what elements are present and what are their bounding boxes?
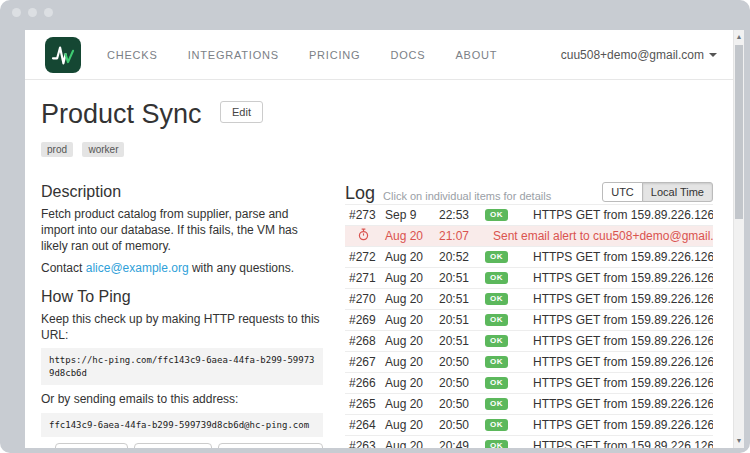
log-entry-event: HTTPS GET from 159.89.226.126 - my-fancy… (533, 271, 713, 285)
ping-email-code: ffc143c9-6aea-44fa-b299-599739d8cb6d@hc-… (41, 413, 323, 438)
nav-link-checks[interactable]: CHECKS (107, 49, 158, 61)
log-entry-date: Aug 20 (385, 397, 439, 411)
log-entry-number: #269 (349, 313, 376, 327)
ok-badge: OK (485, 314, 508, 326)
log-entry-date: Aug 20 (385, 271, 439, 285)
tag-badge: worker (82, 142, 124, 157)
ok-badge: OK (485, 251, 508, 263)
log-entry-event: HTTPS GET from 159.89.226.126 - my-fancy… (533, 376, 713, 390)
log-entry-number: #266 (349, 376, 376, 390)
log-entry-time: 20:51 (439, 271, 485, 285)
ok-badge: OK (485, 335, 508, 347)
tag-badge: prod (41, 142, 73, 157)
log-entry-event: HTTPS GET from 159.89.226.126 - my-fancy… (533, 250, 713, 264)
log-entry-date: Aug 20 (385, 250, 439, 264)
log-entry-time: 20:50 (439, 376, 485, 390)
log-entry-event: Sent email alert to cuu508+demo@gmail.co… (493, 229, 713, 243)
nav-link-pricing[interactable]: PRICING (309, 49, 360, 61)
log-entry-date: Aug 20 (385, 418, 439, 432)
http-instruction: Keep this check up by making HTTP reques… (41, 311, 323, 343)
log-row[interactable]: #263 Aug 20 20:49 OK HTTPS GET from 159.… (345, 436, 713, 448)
chevron-down-icon (709, 53, 717, 57)
log-entry-event: HTTPS GET from 159.89.226.126 - my-fancy… (533, 334, 713, 348)
log-entry-time: 20:51 (439, 292, 485, 306)
log-entry-event: HTTPS GET from 159.89.226.126 - my-fancy… (533, 418, 713, 432)
copy-email-button[interactable]: Copy Email (134, 443, 212, 448)
ok-badge: OK (485, 293, 508, 305)
log-row[interactable]: #271 Aug 20 20:51 OK HTTPS GET from 159.… (345, 268, 713, 289)
log-heading: Log (345, 183, 375, 204)
browser-viewport: CHECKS INTEGRATIONS PRICING DOCS ABOUT c… (25, 30, 744, 448)
log-entry-time: 20:50 (439, 355, 485, 369)
log-entry-number: #272 (349, 250, 376, 264)
check-details-column: Description Fetch product catalog from s… (41, 183, 323, 448)
log-row[interactable]: #266 Aug 20 20:50 OK HTTPS GET from 159.… (345, 373, 713, 394)
scroll-down-arrow-icon[interactable]: ▼ (734, 435, 744, 447)
log-entry-time: 21:07 (439, 229, 485, 243)
log-row[interactable]: #273 Sep 9 22:53 OK HTTPS GET from 159.8… (345, 205, 713, 226)
log-entry-date: Sep 9 (385, 208, 439, 222)
window-control-dot (12, 8, 21, 17)
scroll-up-arrow-icon[interactable]: ▲ (734, 31, 744, 43)
log-row[interactable]: #268 Aug 20 20:51 OK HTTPS GET from 159.… (345, 331, 713, 352)
log-hint: Click on individual items for details (383, 190, 551, 202)
window-control-dot (44, 8, 53, 17)
log-row[interactable]: Aug 20 21:07 OK Sent email alert to cuu5… (345, 226, 713, 247)
log-row[interactable]: #267 Aug 20 20:50 OK HTTPS GET from 159.… (345, 352, 713, 373)
description-text: Fetch product catalog from supplier, par… (41, 206, 323, 255)
log-entry-number: #268 (349, 334, 376, 348)
usage-examples-button[interactable]: Usage Examples (218, 443, 323, 448)
utc-button[interactable]: UTC (602, 182, 643, 202)
log-row[interactable]: #270 Aug 20 20:51 OK HTTPS GET from 159.… (345, 289, 713, 310)
page-title: Product Sync (41, 99, 202, 129)
account-email: cuu508+demo@gmail.com (561, 48, 704, 62)
account-menu[interactable]: cuu508+demo@gmail.com (561, 48, 717, 62)
log-entry-event: HTTPS GET from 159.89.226.126 - my-fancy… (533, 313, 713, 327)
scrollbar-thumb[interactable] (735, 45, 743, 219)
nav-link-about[interactable]: ABOUT (455, 49, 497, 61)
log-row[interactable]: #272 Aug 20 20:52 OK HTTPS GET from 159.… (345, 247, 713, 268)
log-entry-time: 20:51 (439, 334, 485, 348)
log-entry-number: #270 (349, 292, 376, 306)
alert-icon (357, 228, 370, 241)
local-time-button[interactable]: Local Time (642, 182, 713, 202)
browser-frame: CHECKS INTEGRATIONS PRICING DOCS ABOUT c… (0, 0, 750, 453)
contact-email-link[interactable]: alice@example.org (86, 261, 189, 275)
ping-url-code: https://hc-ping.com/ffc143c9-6aea-44fa-b… (41, 348, 323, 385)
log-entry-event: HTTPS GET from 159.89.226.126 - my-fancy… (533, 397, 713, 411)
log-entry-time: 20:51 (439, 313, 485, 327)
log-entry-number: #265 (349, 397, 376, 411)
window-control-dot (28, 8, 37, 17)
log-entry-event: HTTPS GET from 159.89.226.126 - my-fancy… (533, 439, 713, 448)
log-entries: #273 Sep 9 22:53 OK HTTPS GET from 159.8… (345, 204, 713, 448)
log-entry-date: Aug 20 (385, 439, 439, 448)
log-column: Log Click on individual items for detail… (345, 183, 713, 448)
log-row[interactable]: #265 Aug 20 20:50 OK HTTPS GET from 159.… (345, 394, 713, 415)
log-entry-date: Aug 20 (385, 292, 439, 306)
ok-badge: OK (485, 209, 508, 221)
nav-link-integrations[interactable]: INTEGRATIONS (188, 49, 279, 61)
log-row[interactable]: #264 Aug 20 20:50 OK HTTPS GET from 159.… (345, 415, 713, 436)
log-row[interactable]: #269 Aug 20 20:51 OK HTTPS GET from 159.… (345, 310, 713, 331)
log-entry-number: #264 (349, 418, 376, 432)
top-navbar: CHECKS INTEGRATIONS PRICING DOCS ABOUT c… (25, 30, 733, 80)
log-entry-date: Aug 20 (385, 334, 439, 348)
log-entry-number: #267 (349, 355, 376, 369)
ok-badge: OK (485, 377, 508, 389)
copy-url-button[interactable]: Copy URL (55, 443, 128, 448)
log-entry-time: 20:49 (439, 439, 485, 448)
log-entry-date: Aug 20 (385, 355, 439, 369)
page-scrollbar[interactable]: ▲ ▼ (733, 30, 744, 448)
log-entry-time: 20:50 (439, 418, 485, 432)
how-to-ping-heading: How To Ping (41, 288, 323, 306)
log-entry-time: 22:53 (439, 208, 485, 222)
log-entry-number: #263 (349, 439, 376, 448)
edit-button[interactable]: Edit (220, 101, 263, 123)
contact-line: Contact alice@example.org with any quest… (41, 260, 323, 276)
timezone-toggle: UTC Local Time (602, 182, 713, 202)
nav-link-docs[interactable]: DOCS (390, 49, 425, 61)
pulse-icon (48, 40, 78, 70)
log-entry-event: HTTPS GET from 159.89.226.126 - my-fancy… (533, 292, 713, 306)
log-entry-time: 20:50 (439, 397, 485, 411)
healthchecks-logo[interactable] (45, 37, 81, 73)
